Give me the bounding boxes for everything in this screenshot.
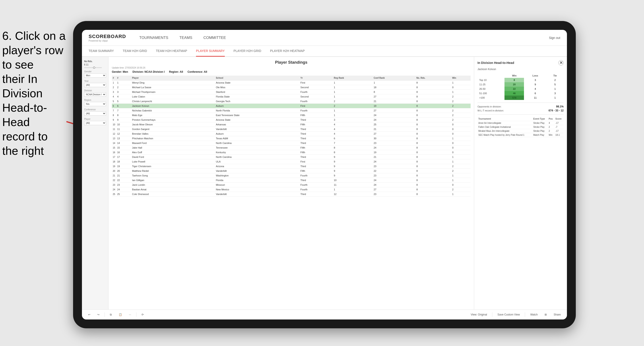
app-logo-title: SCOREBOARD [88,34,126,39]
tab-team-h2h-heatmap[interactable]: TEAM H2H HEATMAP [156,46,187,57]
player-num: 3 [116,90,131,94]
h2h-row-label: 51-100 [478,91,504,96]
player-school: Stanford [215,90,300,94]
player-reg-rank: 1 [333,108,373,113]
more-button[interactable]: ··· [127,312,133,317]
player-reg-rank: 9 [333,155,373,160]
player-yr: Third [300,164,333,169]
h2h-row-tie: 3 [546,91,564,96]
player-name: Bastian Amat [131,187,215,192]
layout-button[interactable]: ⊞ [543,312,548,317]
table-row[interactable]: 16 16 Alex Goff Kentucky Fifth 8 19 8 0 [112,150,470,155]
player-school: North Carolina [215,141,300,146]
table-row[interactable]: 14 14 Maxwell Ford North Carolina Third … [112,141,470,146]
table-row[interactable]: 12 12 Brendan Valles Auburn Third 4 27 8… [112,132,470,136]
player-yr: Third [300,132,333,136]
h2h-col-loss: Loss [524,73,546,78]
player-name: Tiger Christensen [131,164,215,169]
table-row[interactable]: 8 8 Mats Ege East Tennessee State Fifth … [112,113,470,118]
player-yr: Fourth [300,99,333,104]
table-row[interactable]: 13 13 Phichaksn Maichon Texas A&M Third … [112,136,470,141]
player-name: Jake Hall [131,146,215,150]
tab-team-summary[interactable]: TEAM SUMMARY [88,46,114,57]
table-row[interactable]: 11 11 Gordon Sargent Vanderbilt Third 4 … [112,127,470,132]
tab-player-summary[interactable]: PLAYER SUMMARY [196,46,224,57]
table-row[interactable]: 23 23 Jack Lundin Missouri Fourth 11 24 … [112,183,470,187]
table-row[interactable]: 25 25 Cole Sherwood Vanderbilt Third 12 … [112,192,470,196]
h2h-panel: In Division Head-to-Head ✕ Jackson Koivu… [474,57,567,310]
player-conf-rank: 21 [373,99,416,104]
refresh-button[interactable]: ⟳ [140,312,146,317]
table-row[interactable]: 18 18 Luke Powell ULA First 9 24 8 1 [112,160,470,164]
h2h-col-win: Win [504,73,524,78]
table-row[interactable]: 15 15 Jake Hall Tennessee Fifth 8 24 8 0 [112,146,470,150]
player-school: Arizona State [215,118,300,122]
h2h-player: Jackson Koivun [478,68,564,71]
player-reg-rank: 1 [333,187,373,192]
table-row[interactable]: 6 6 Jackson Koivun Auburn First 2 19 8 2 [112,104,470,108]
no-rds-slider[interactable] [84,67,102,68]
player-num: 8 [116,113,131,118]
conference-select[interactable]: (All) [84,111,106,116]
opponents-label: Opponents in division: [478,105,502,108]
player-num: 10 [116,122,131,127]
table-row[interactable]: 21 21 Taehoon Song Washington Fourth 9 2… [112,173,470,178]
table-row[interactable]: 17 17 David Ford North Carolina Third 9 … [112,155,470,160]
player-reg-rank: 4 [333,122,373,127]
paste-button[interactable]: 📋 [117,312,124,317]
table-row[interactable]: 9 9 Preston Summerhays Arizona State Thi… [112,118,470,122]
player-yr: Fifth [300,169,333,173]
region-display: Region: All [169,70,183,73]
table-row[interactable]: 7 7 Nicholas Gabrelck North Florida Four… [112,108,470,113]
division-select[interactable]: NCAA Division I [84,92,106,97]
table-row[interactable]: 20 20 Matthew Riedel Vanderbilt Fifth 9 … [112,169,470,173]
region-select[interactable]: N/a [84,102,106,106]
row-index: 5 [112,99,116,104]
nav-teams[interactable]: TEAMS [180,34,192,41]
h2h-row-win: 8 [504,78,524,82]
tournament-row: Amer Ari Intercollegiate Stroke Play 4 -… [478,121,564,125]
table-row[interactable]: 19 19 Tiger Christensen Arizona Third 9 … [112,164,470,169]
table-row[interactable]: 22 22 Ian Gilligan Florida Third 10 24 8… [112,178,470,183]
year-select[interactable]: (All) [84,83,106,87]
table-row[interactable]: 4 4 Luke Claton Florida State Second 1 2… [112,94,470,99]
sign-out-link[interactable]: Sign out [549,36,560,40]
close-h2h-button[interactable]: ✕ [558,60,564,65]
row-index: 22 [112,178,116,183]
undo-button[interactable]: ↩ [86,312,92,317]
table-row[interactable]: 3 3 Michael Thorbjornsen Stanford Fourth… [112,90,470,94]
table-row[interactable]: 5 5 Christo Lamprecht Georgia Tech Fourt… [112,99,470,104]
table-row[interactable]: 10 10 Jacob Mow Oleson Arkansas Fifth 4 … [112,122,470,127]
share-button[interactable]: Share [552,312,562,317]
player-no-rds: 8 [416,160,451,164]
redo-button[interactable]: ↪ [96,312,101,317]
player-conf-rank: 1 [373,80,416,85]
table-row[interactable]: 1 1 Wenyi Ding Arizona State First 1 1 8… [112,80,470,85]
view-original-button[interactable]: View: Original [469,312,489,317]
wlt-value: 674 - 33 - 12 [548,109,564,112]
tab-team-h2h-grid[interactable]: TEAM H2H GRID [123,46,147,57]
table-row[interactable]: 24 24 Bastian Amat New Mexico Fourth 1 2… [112,187,470,192]
col-win: Win [451,76,470,80]
tablet-frame: SCOREBOARD Powered by clippi TOURNAMENTS… [73,21,576,328]
watch-button[interactable]: Watch [528,312,540,317]
player-yr: Second [300,94,333,99]
tab-player-h2h-heatmap[interactable]: PLAYER H2H HEATMAP [270,46,305,57]
copy-button[interactable]: ⧉ [108,312,114,317]
player-school: Arizona State [215,80,300,85]
toolbar-divider-1 [104,312,105,317]
player-win: 0 [451,127,470,132]
nav-tournaments[interactable]: TOURNAMENTS [139,34,168,41]
player-conf-rank: 24 [373,178,416,183]
player-table: # # Player School Yr Reg Rank Conf Rank … [112,76,470,196]
player-name: Wenyi Ding [131,80,215,85]
tab-player-h2h-grid[interactable]: PLAYER H2H GRID [234,46,261,57]
player-no-rds: 8 [416,136,451,141]
player-select[interactable]: (All) [84,121,106,125]
player-name: Jack Lundin [131,183,215,187]
save-custom-view-button[interactable]: Save Custom View [496,312,522,317]
nav-committee[interactable]: COMMITTEE [203,34,226,41]
table-row[interactable]: 2 2 Michael La Sasse Ole Miss Second 1 1… [112,85,470,90]
gender-select[interactable]: Men [84,73,106,78]
player-reg-rank: 6 [333,136,373,141]
